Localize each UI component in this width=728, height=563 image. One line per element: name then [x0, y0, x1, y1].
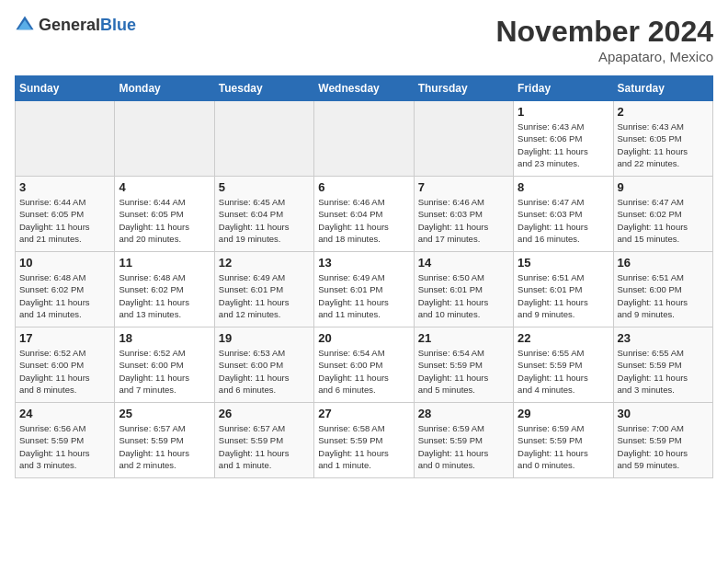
logo-blue: Blue [100, 16, 136, 34]
calendar-cell: 17Sunrise: 6:52 AM Sunset: 6:00 PM Dayli… [16, 327, 115, 403]
week-row-2: 10Sunrise: 6:48 AM Sunset: 6:02 PM Dayli… [16, 252, 713, 327]
day-number: 5 [219, 180, 310, 194]
weekday-header-monday: Monday [115, 76, 214, 101]
calendar-cell [414, 101, 513, 177]
calendar-cell: 7Sunrise: 6:46 AM Sunset: 6:03 PM Daylig… [414, 177, 513, 252]
day-number: 7 [418, 180, 509, 194]
day-info: Sunrise: 6:44 AM Sunset: 6:05 PM Dayligh… [19, 196, 110, 245]
calendar-cell: 1Sunrise: 6:43 AM Sunset: 6:06 PM Daylig… [514, 101, 613, 177]
location: Apapataro, Mexico [495, 49, 713, 64]
week-row-4: 24Sunrise: 6:56 AM Sunset: 5:59 PM Dayli… [16, 403, 713, 478]
day-info: Sunrise: 6:48 AM Sunset: 6:02 PM Dayligh… [19, 271, 110, 320]
day-number: 30 [618, 407, 709, 420]
day-number: 19 [219, 331, 310, 345]
logo-icon [15, 15, 35, 35]
calendar-cell: 12Sunrise: 6:49 AM Sunset: 6:01 PM Dayli… [214, 252, 313, 327]
calendar-cell: 6Sunrise: 6:46 AM Sunset: 6:04 PM Daylig… [314, 177, 414, 252]
day-info: Sunrise: 6:51 AM Sunset: 6:00 PM Dayligh… [618, 271, 709, 320]
day-number: 28 [418, 407, 509, 420]
day-info: Sunrise: 6:52 AM Sunset: 6:00 PM Dayligh… [19, 347, 110, 396]
calendar-cell: 21Sunrise: 6:54 AM Sunset: 5:59 PM Dayli… [414, 327, 513, 403]
day-number: 11 [119, 256, 210, 270]
day-number: 20 [318, 331, 409, 345]
day-number: 2 [618, 105, 709, 119]
weekday-header-thursday: Thursday [414, 76, 513, 101]
calendar-cell: 3Sunrise: 6:44 AM Sunset: 6:05 PM Daylig… [16, 177, 115, 252]
calendar-cell: 4Sunrise: 6:44 AM Sunset: 6:05 PM Daylig… [115, 177, 214, 252]
day-number: 25 [119, 407, 210, 420]
calendar-cell: 29Sunrise: 6:59 AM Sunset: 5:59 PM Dayli… [514, 403, 613, 478]
calendar-cell: 16Sunrise: 6:51 AM Sunset: 6:00 PM Dayli… [613, 252, 712, 327]
day-info: Sunrise: 6:50 AM Sunset: 6:01 PM Dayligh… [418, 271, 509, 320]
calendar-cell [115, 101, 214, 177]
calendar-cell: 19Sunrise: 6:53 AM Sunset: 6:00 PM Dayli… [214, 327, 313, 403]
day-info: Sunrise: 6:54 AM Sunset: 5:59 PM Dayligh… [418, 347, 509, 396]
day-number: 18 [119, 331, 210, 345]
day-number: 22 [518, 331, 609, 345]
weekday-header-wednesday: Wednesday [314, 76, 414, 101]
logo-general: General [39, 16, 100, 34]
calendar-cell: 25Sunrise: 6:57 AM Sunset: 5:59 PM Dayli… [115, 403, 214, 478]
day-info: Sunrise: 6:46 AM Sunset: 6:03 PM Dayligh… [418, 196, 509, 245]
weekday-header-row: SundayMondayTuesdayWednesdayThursdayFrid… [16, 76, 713, 101]
day-info: Sunrise: 6:43 AM Sunset: 6:06 PM Dayligh… [518, 121, 609, 169]
calendar-cell [214, 101, 313, 177]
day-number: 15 [518, 256, 609, 270]
week-row-1: 3Sunrise: 6:44 AM Sunset: 6:05 PM Daylig… [16, 177, 713, 252]
day-info: Sunrise: 6:57 AM Sunset: 5:59 PM Dayligh… [219, 422, 310, 471]
logo: GeneralBlue [15, 15, 136, 35]
calendar-cell: 30Sunrise: 7:00 AM Sunset: 5:59 PM Dayli… [613, 403, 712, 478]
day-info: Sunrise: 6:56 AM Sunset: 5:59 PM Dayligh… [19, 422, 110, 471]
day-info: Sunrise: 6:43 AM Sunset: 6:05 PM Dayligh… [618, 121, 709, 169]
calendar-cell: 28Sunrise: 6:59 AM Sunset: 5:59 PM Dayli… [414, 403, 513, 478]
title-area: November 2024 Apapataro, Mexico [495, 15, 713, 64]
calendar-cell: 2Sunrise: 6:43 AM Sunset: 6:05 PM Daylig… [613, 101, 712, 177]
day-info: Sunrise: 6:59 AM Sunset: 5:59 PM Dayligh… [518, 422, 609, 471]
day-info: Sunrise: 6:57 AM Sunset: 5:59 PM Dayligh… [119, 422, 210, 471]
day-info: Sunrise: 6:47 AM Sunset: 6:03 PM Dayligh… [518, 196, 609, 245]
calendar-cell: 18Sunrise: 6:52 AM Sunset: 6:00 PM Dayli… [115, 327, 214, 403]
day-number: 14 [418, 256, 509, 270]
day-info: Sunrise: 6:53 AM Sunset: 6:00 PM Dayligh… [219, 347, 310, 396]
day-number: 29 [518, 407, 609, 420]
day-number: 16 [618, 256, 709, 270]
week-row-0: 1Sunrise: 6:43 AM Sunset: 6:06 PM Daylig… [16, 101, 713, 177]
day-info: Sunrise: 6:44 AM Sunset: 6:05 PM Dayligh… [119, 196, 210, 245]
day-info: Sunrise: 6:52 AM Sunset: 6:00 PM Dayligh… [119, 347, 210, 396]
day-info: Sunrise: 6:55 AM Sunset: 5:59 PM Dayligh… [618, 347, 709, 396]
day-number: 3 [19, 180, 110, 194]
day-info: Sunrise: 6:49 AM Sunset: 6:01 PM Dayligh… [318, 271, 409, 320]
day-number: 9 [618, 180, 709, 194]
day-number: 8 [518, 180, 609, 194]
day-number: 24 [19, 407, 110, 420]
day-number: 26 [219, 407, 310, 420]
day-info: Sunrise: 6:49 AM Sunset: 6:01 PM Dayligh… [219, 271, 310, 320]
calendar-cell: 15Sunrise: 6:51 AM Sunset: 6:01 PM Dayli… [514, 252, 613, 327]
weekday-header-tuesday: Tuesday [214, 76, 313, 101]
day-info: Sunrise: 6:58 AM Sunset: 5:59 PM Dayligh… [318, 422, 409, 471]
calendar-cell: 8Sunrise: 6:47 AM Sunset: 6:03 PM Daylig… [514, 177, 613, 252]
month-title: November 2024 [495, 15, 713, 49]
day-info: Sunrise: 6:59 AM Sunset: 5:59 PM Dayligh… [418, 422, 509, 471]
day-number: 17 [19, 331, 110, 345]
day-number: 21 [418, 331, 509, 345]
calendar-cell: 26Sunrise: 6:57 AM Sunset: 5:59 PM Dayli… [214, 403, 313, 478]
calendar-cell: 27Sunrise: 6:58 AM Sunset: 5:59 PM Dayli… [314, 403, 414, 478]
day-number: 12 [219, 256, 310, 270]
day-info: Sunrise: 7:00 AM Sunset: 5:59 PM Dayligh… [618, 422, 709, 471]
calendar-cell: 20Sunrise: 6:54 AM Sunset: 6:00 PM Dayli… [314, 327, 414, 403]
calendar-cell: 5Sunrise: 6:45 AM Sunset: 6:04 PM Daylig… [214, 177, 313, 252]
day-number: 13 [318, 256, 409, 270]
day-info: Sunrise: 6:55 AM Sunset: 5:59 PM Dayligh… [518, 347, 609, 396]
calendar-cell: 9Sunrise: 6:47 AM Sunset: 6:02 PM Daylig… [613, 177, 712, 252]
day-number: 1 [518, 105, 609, 119]
calendar-cell: 24Sunrise: 6:56 AM Sunset: 5:59 PM Dayli… [16, 403, 115, 478]
day-info: Sunrise: 6:51 AM Sunset: 6:01 PM Dayligh… [518, 271, 609, 320]
calendar-cell: 11Sunrise: 6:48 AM Sunset: 6:02 PM Dayli… [115, 252, 214, 327]
weekday-header-friday: Friday [514, 76, 613, 101]
weekday-header-saturday: Saturday [613, 76, 712, 101]
weekday-header-sunday: Sunday [16, 76, 115, 101]
calendar-table: SundayMondayTuesdayWednesdayThursdayFrid… [15, 75, 713, 478]
day-info: Sunrise: 6:45 AM Sunset: 6:04 PM Dayligh… [219, 196, 310, 245]
week-row-3: 17Sunrise: 6:52 AM Sunset: 6:00 PM Dayli… [16, 327, 713, 403]
